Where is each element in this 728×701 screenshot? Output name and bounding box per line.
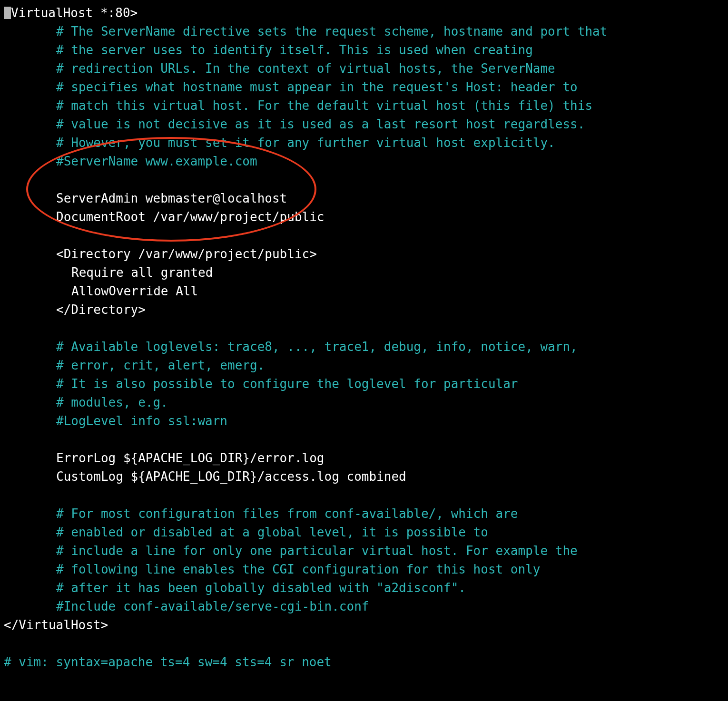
code-line: # include a line for only one particular… (0, 542, 728, 560)
comment-text: # Available loglevels: trace8, ..., trac… (56, 340, 578, 354)
code-text (56, 228, 64, 243)
code-line: # For most configuration files from conf… (0, 505, 728, 523)
code-line: </Directory> (0, 301, 728, 319)
cursor-block (4, 7, 11, 19)
code-line: # However, you must set it for any furth… (0, 134, 728, 152)
terminal-editor[interactable]: VirtualHost *:80># The ServerName direct… (0, 0, 728, 672)
code-text: VirtualHost *:80> (11, 6, 138, 20)
code-line: # the server uses to identify itself. Th… (0, 41, 728, 59)
comment-text: # value is not decisive as it is used as… (56, 117, 585, 131)
comment-text: # match this virtual host. For the defau… (56, 98, 592, 113)
code-line: #LogLevel info ssl:warn (0, 412, 728, 430)
comment-text: # modules, e.g. (56, 395, 168, 409)
comment-text: # specifies what hostname must appear in… (56, 80, 578, 94)
code-line: #ServerName www.example.com (0, 152, 728, 171)
comment-text: # The ServerName directive sets the requ… (56, 24, 607, 39)
code-line (0, 486, 728, 505)
code-text (4, 636, 11, 651)
comment-text: # redirection URLs. In the context of vi… (56, 61, 555, 76)
code-line (0, 226, 728, 245)
comment-text: # after it has been globally disabled wi… (56, 581, 466, 595)
code-line (0, 634, 728, 653)
code-line: Require all granted (0, 263, 728, 282)
code-text (56, 321, 64, 335)
code-text (56, 488, 64, 502)
code-text: ServerAdmin webmaster@localhost (56, 191, 287, 205)
code-text: <Directory /var/www/project/public> (56, 247, 317, 261)
comment-text: # For most configuration files from conf… (56, 506, 518, 521)
code-line: # after it has been globally disabled wi… (0, 579, 728, 597)
comment-text: # enabled or disabled at a global level,… (56, 525, 488, 539)
code-line: # modules, e.g. (0, 393, 728, 412)
comment-text: # It is also possible to configure the l… (56, 377, 518, 391)
code-line: # Available loglevels: trace8, ..., trac… (0, 338, 728, 356)
code-text: ErrorLog ${APACHE_LOG_DIR}/error.log (56, 451, 325, 465)
code-line: VirtualHost *:80> (0, 4, 728, 22)
code-line: # enabled or disabled at a global level,… (0, 523, 728, 542)
code-line: # error, crit, alert, emerg. (0, 356, 728, 375)
code-line: #Include conf-available/serve-cgi-bin.co… (0, 597, 728, 616)
code-line (0, 319, 728, 338)
code-line (0, 171, 728, 189)
code-line: # The ServerName directive sets the requ… (0, 22, 728, 41)
code-line: ServerAdmin webmaster@localhost (0, 189, 728, 208)
code-text: Require all granted (71, 265, 213, 280)
code-text (56, 432, 64, 447)
comment-text: # include a line for only one particular… (56, 544, 578, 558)
code-line: # redirection URLs. In the context of vi… (0, 59, 728, 78)
code-text: AllowOverride All (71, 284, 198, 298)
code-text (56, 173, 64, 187)
comment-text: # error, crit, alert, emerg. (56, 358, 265, 372)
code-text: </Directory> (56, 302, 146, 317)
comment-text: # following line enables the CGI configu… (56, 562, 540, 576)
comment-text: # However, you must set it for any furth… (56, 136, 555, 150)
code-line: # specifies what hostname must appear in… (0, 78, 728, 97)
code-line: AllowOverride All (0, 282, 728, 301)
code-line: ErrorLog ${APACHE_LOG_DIR}/error.log (0, 449, 728, 467)
comment-text: #Include conf-available/serve-cgi-bin.co… (56, 599, 369, 613)
code-text: </VirtualHost> (4, 618, 108, 632)
code-line (0, 430, 728, 449)
code-line: # match this virtual host. For the defau… (0, 97, 728, 115)
comment-text: #LogLevel info ssl:warn (56, 414, 227, 428)
comment-text: # the server uses to identify itself. Th… (56, 43, 533, 57)
code-text: CustomLog ${APACHE_LOG_DIR}/access.log c… (56, 469, 406, 484)
code-line: # value is not decisive as it is used as… (0, 115, 728, 134)
code-line: # following line enables the CGI configu… (0, 560, 728, 579)
comment-text: #ServerName www.example.com (56, 154, 257, 168)
code-line: # vim: syntax=apache ts=4 sw=4 sts=4 sr … (0, 653, 728, 672)
code-line: <Directory /var/www/project/public> (0, 245, 728, 263)
code-line: # It is also possible to configure the l… (0, 375, 728, 393)
code-line: DocumentRoot /var/www/project/public (0, 208, 728, 226)
comment-text: # vim: syntax=apache ts=4 sw=4 sts=4 sr … (4, 655, 332, 669)
code-line: CustomLog ${APACHE_LOG_DIR}/access.log c… (0, 467, 728, 486)
code-text: DocumentRoot /var/www/project/public (56, 210, 325, 224)
code-line: </VirtualHost> (0, 616, 728, 634)
